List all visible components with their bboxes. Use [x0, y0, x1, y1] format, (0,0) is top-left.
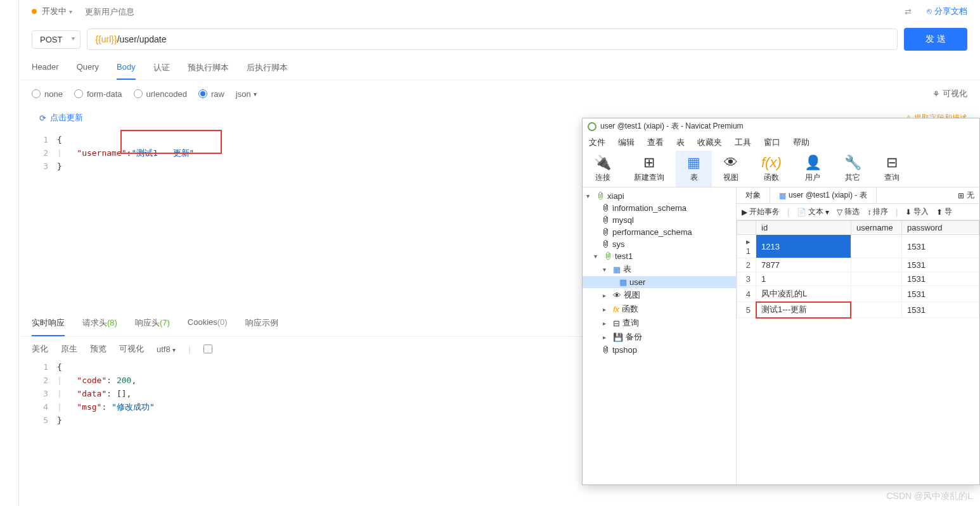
tool-new-query[interactable]: ⊞新建查询 — [622, 151, 676, 187]
api-title-input[interactable] — [85, 7, 212, 16]
raw-button[interactable]: 原生 — [61, 343, 77, 355]
tree-functions-node[interactable]: ▸fx函数 — [583, 302, 736, 316]
tree-tables-node[interactable]: ▾▦表 — [583, 262, 736, 276]
menu-favorites[interactable]: 收藏夹 — [697, 137, 722, 148]
menu-help[interactable]: 帮助 — [793, 137, 809, 148]
tree-views-node[interactable]: ▸👁视图 — [583, 288, 736, 302]
table-toolbar: ▶ 开始事务 | 📄 文本 ▾ ▽ 筛选 ↕ 排序 | ⬇ 导入 ⬆ 导 — [737, 204, 979, 220]
navicat-logo-icon — [588, 122, 596, 131]
table-row[interactable]: 4风中凌乱的L1531 — [737, 286, 979, 302]
tool-view[interactable]: 👁视图 — [712, 151, 750, 187]
left-sidebar — [0, 0, 19, 506]
query-icon: ⊟ — [613, 319, 620, 328]
tab-response-examples[interactable]: 响应示例 — [245, 311, 278, 336]
tool-user[interactable]: 👤用户 — [793, 151, 833, 187]
plug-icon: 🔌 — [594, 155, 611, 171]
col-username[interactable]: username — [851, 221, 901, 235]
col-id[interactable]: id — [756, 221, 851, 235]
tab-header[interactable]: Header — [32, 56, 59, 80]
tree-db[interactable]: 🛢performance_schema — [583, 226, 736, 238]
table-row[interactable]: 278771531 — [737, 258, 979, 272]
url-variable: {{url}} — [95, 34, 117, 44]
radio-urlencoded[interactable]: urlencoded — [134, 89, 187, 99]
table-row[interactable]: ▸ 112131531 — [737, 235, 979, 258]
table-row[interactable]: 311531 — [737, 272, 979, 286]
col-password[interactable]: password — [901, 221, 979, 235]
url-input[interactable]: {{url}}/user/update — [87, 28, 898, 50]
visualize-button[interactable]: 可视化 — [119, 343, 144, 355]
visual-button[interactable]: ⚘ 可视化 — [932, 88, 967, 99]
share-doc-link[interactable]: ⎋ 分享文档 — [927, 6, 967, 17]
tab-request-headers[interactable]: 请求头(8) — [82, 311, 117, 336]
tool-query[interactable]: ⊟查询 — [873, 151, 911, 187]
radio-none[interactable]: none — [32, 89, 63, 99]
menu-tools[interactable]: 工具 — [735, 137, 751, 148]
format-icon[interactable]: ⇄ — [905, 7, 912, 16]
share-icon: ⎋ — [927, 6, 932, 16]
menu-table[interactable]: 表 — [676, 137, 685, 148]
table-row[interactable]: 5测试1---更新1531 — [737, 302, 979, 318]
status-label: 开发中 — [42, 6, 67, 17]
import-button[interactable]: ⬇ 导入 — [905, 206, 929, 217]
tab-response-headers[interactable]: 响应头(7) — [135, 311, 170, 336]
send-button[interactable]: 发 送 — [904, 28, 967, 51]
tab-pre-script[interactable]: 预执行脚本 — [188, 56, 229, 80]
charset-select[interactable]: utf8 ▾ — [157, 345, 176, 354]
db-icon: 🛢 — [596, 191, 605, 201]
tab-auth[interactable]: 认证 — [153, 56, 170, 80]
menu-view[interactable]: 查看 — [647, 137, 664, 148]
beautify-button[interactable]: 美化 — [32, 343, 48, 355]
data-grid[interactable]: id username password ▸ 112131531 2787715… — [737, 220, 979, 318]
table-icon: ▦ — [687, 155, 700, 171]
radio-form-data[interactable]: form-data — [74, 89, 122, 99]
tool-other[interactable]: 🔧其它 — [833, 151, 873, 187]
user-icon: 👤 — [804, 155, 822, 171]
content-type-select[interactable]: json ▾ — [236, 89, 257, 99]
update-hint[interactable]: ⟳ 点击更新 — [32, 107, 91, 129]
sort-button[interactable]: ↕ 排序 — [867, 206, 888, 217]
tree-db[interactable]: 🛢information_schema — [583, 202, 736, 214]
chevron-down-icon: ▾ — [69, 8, 72, 15]
method-select[interactable]: POST — [32, 30, 81, 49]
tool-table[interactable]: ▦表 — [676, 151, 712, 187]
grid-icon[interactable]: ⊞ — [958, 191, 964, 200]
preview-button[interactable]: 预览 — [90, 343, 106, 355]
tab-body[interactable]: Body — [117, 56, 136, 80]
tab-objects[interactable]: 对象 — [737, 187, 770, 203]
navicat-menubar: 文件 编辑 查看 表 收藏夹 工具 窗口 帮助 — [583, 134, 979, 151]
tab-post-script[interactable]: 后执行脚本 — [247, 56, 288, 80]
tree-db-test1[interactable]: ▾🛢test1 — [583, 250, 736, 262]
text-button[interactable]: 📄 文本 ▾ — [797, 206, 829, 217]
query-icon: ⊟ — [886, 155, 898, 171]
view-icon: 👁 — [613, 291, 621, 300]
tab-query[interactable]: Query — [77, 56, 99, 80]
tree-backup-node[interactable]: ▸💾备份 — [583, 330, 736, 344]
filter-button[interactable]: ▽ 筛选 — [837, 206, 860, 217]
export-button[interactable]: ⬆ 导 — [936, 206, 952, 217]
tree-db[interactable]: 🛢mysql — [583, 214, 736, 226]
watermark: CSDN @风中凌乱的L — [886, 491, 972, 502]
row-header — [737, 221, 756, 235]
sync-icon: ⟳ — [39, 113, 46, 123]
status-dot — [32, 9, 37, 14]
db-icon: 🛢 — [602, 215, 610, 225]
tab-user-table[interactable]: ▦user @test1 (xiapi) - 表 — [770, 187, 877, 203]
status-select[interactable]: 开发中 ▾ — [42, 6, 72, 17]
menu-file[interactable]: 文件 — [589, 137, 605, 148]
copy-icon[interactable] — [203, 345, 212, 353]
tree-db[interactable]: 🛢sys — [583, 238, 736, 250]
tab-realtime-response[interactable]: 实时响应 — [32, 311, 65, 336]
tool-connection[interactable]: 🔌连接 — [583, 151, 622, 187]
tree-table-user[interactable]: ▦user — [583, 276, 736, 288]
tree-db[interactable]: 🛢tpshop — [583, 344, 736, 356]
chevron-down-icon: ▾ — [254, 91, 257, 98]
tab-cookies[interactable]: Cookies(0) — [188, 311, 228, 336]
menu-edit[interactable]: 编辑 — [618, 137, 635, 148]
tree-queries-node[interactable]: ▸⊟查询 — [583, 316, 736, 330]
tool-function[interactable]: f(x)函数 — [750, 151, 793, 187]
tree-connection[interactable]: ▾🛢xiapi — [583, 190, 736, 202]
begin-transaction-button[interactable]: ▶ 开始事务 — [742, 206, 780, 217]
radio-raw[interactable]: raw — [198, 89, 224, 99]
menu-window[interactable]: 窗口 — [764, 137, 780, 148]
function-icon: fx — [613, 305, 619, 314]
